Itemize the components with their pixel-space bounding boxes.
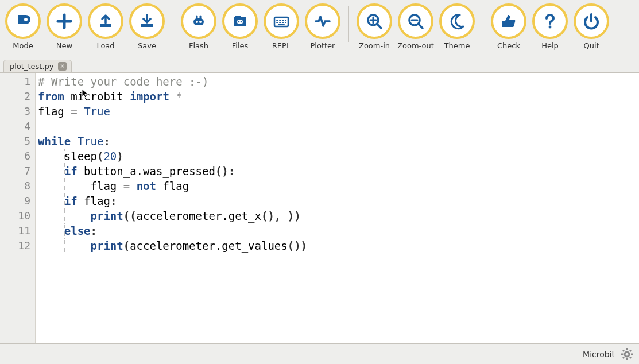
line-number: 7	[0, 164, 30, 179]
line-number: 2	[0, 89, 30, 104]
code-text: print((accelerometer.get_x(), ))	[38, 210, 301, 222]
code-text: else:	[38, 224, 97, 237]
question-icon	[532, 3, 568, 39]
code-line[interactable]: else:	[38, 223, 639, 238]
code-line[interactable]: flag = True	[38, 104, 639, 119]
mode-button[interactable]: Mode	[2, 2, 44, 50]
thumbs-up-icon	[491, 3, 526, 39]
code-text: # Write your code here :-)	[38, 75, 208, 88]
line-number: 8	[0, 179, 30, 193]
code-text: flag = not flag	[38, 180, 189, 192]
check-button[interactable]: Check	[488, 2, 529, 50]
new-button[interactable]: New	[44, 2, 85, 50]
code-area[interactable]: # Write your code here :-)from microbit …	[36, 73, 639, 343]
toolbar-label: Files	[232, 41, 249, 50]
code-line[interactable]: flag = not flag	[38, 179, 639, 193]
toolbar-group: FlashFilesREPLPlotter	[178, 2, 349, 50]
toolbar-label: Zoom-out	[397, 41, 434, 50]
files-icon	[222, 3, 258, 39]
code-text: flag = True	[38, 105, 110, 118]
plus-icon	[47, 3, 82, 39]
code-line[interactable]: if flag:	[38, 193, 639, 208]
tab-file[interactable]: plot_test.py ✕	[3, 60, 72, 72]
code-line[interactable]: from microbit import *	[38, 89, 639, 104]
indent-guide	[64, 238, 65, 253]
theme-button[interactable]: Theme	[436, 2, 478, 50]
gear-icon[interactable]	[621, 348, 633, 361]
status-bar: Microbit	[0, 343, 639, 364]
code-text: while True:	[38, 135, 110, 148]
toolbar-label: REPL	[272, 41, 291, 50]
code-text: if button_a.was_pressed():	[38, 165, 235, 177]
flash-button[interactable]: Flash	[178, 2, 219, 50]
code-line[interactable]: print((accelerometer.get_x(), ))	[38, 208, 639, 223]
quit-button[interactable]: Quit	[571, 2, 612, 50]
toolbar-label: Flash	[189, 41, 208, 50]
indent-guide	[64, 179, 65, 193]
toolbar-label: New	[56, 41, 72, 50]
close-icon[interactable]: ✕	[58, 62, 67, 71]
toolbar-label: Mode	[13, 41, 33, 50]
code-text: print(accelerometer.get_values())	[38, 239, 307, 252]
toolbar-label: Save	[138, 41, 156, 50]
line-number: 3	[0, 104, 30, 119]
line-number: 9	[0, 193, 30, 208]
indent-guide	[64, 164, 65, 179]
code-text: if flag:	[38, 195, 117, 207]
moon-icon	[439, 3, 475, 39]
code-line[interactable]	[38, 119, 639, 134]
toolbar-label: Theme	[444, 41, 470, 50]
load-button[interactable]: Load	[85, 2, 126, 50]
toolbar-group: CheckHelpQuit	[488, 2, 618, 50]
code-text: sleep(20)	[38, 150, 123, 162]
indent-guide	[91, 208, 91, 223]
plotter-button[interactable]: Plotter	[302, 2, 343, 50]
toolbar-group: Zoom-inZoom-outTheme	[354, 2, 483, 50]
line-number: 11	[0, 223, 30, 238]
toolbar-label: Load	[96, 41, 114, 50]
toolbar-label: Check	[497, 41, 520, 50]
line-number: 10	[0, 208, 30, 223]
line-number: 6	[0, 149, 30, 164]
line-number-gutter: 123456789101112	[0, 73, 36, 343]
code-line[interactable]: print(accelerometer.get_values())	[38, 238, 639, 253]
code-text: from microbit import *	[38, 90, 183, 103]
indent-guide	[91, 238, 91, 253]
indent-guide	[91, 179, 91, 193]
help-button[interactable]: Help	[529, 2, 571, 50]
code-line[interactable]: while True:	[38, 134, 639, 149]
code-editor[interactable]: 123456789101112 # Write your code here :…	[0, 72, 639, 343]
line-number: 12	[0, 238, 30, 253]
status-mode-label: Microbit	[583, 350, 615, 359]
toolbar-label: Zoom-in	[359, 41, 390, 50]
zoom-in-icon	[357, 3, 392, 39]
tab-strip: plot_test.py ✕	[0, 55, 639, 72]
indent-guide	[64, 149, 65, 164]
indent-guide	[64, 193, 65, 208]
code-line[interactable]: sleep(20)	[38, 149, 639, 164]
line-number: 1	[0, 74, 30, 89]
toolbar-label: Plotter	[311, 41, 335, 50]
indent-guide	[64, 223, 65, 238]
flash-icon	[181, 3, 216, 39]
indent-guide	[64, 208, 65, 223]
toolbar-label: Help	[541, 41, 559, 50]
download-icon	[129, 3, 165, 39]
toolbar: ModeNewLoadSaveFlashFilesREPLPlotterZoom…	[0, 0, 639, 55]
repl-button[interactable]: REPL	[261, 2, 302, 50]
mode-icon	[5, 3, 41, 39]
zoom-out-icon	[398, 3, 433, 39]
code-line[interactable]: if button_a.was_pressed():	[38, 164, 639, 179]
upload-icon	[88, 3, 123, 39]
toolbar-group: ModeNewLoadSave	[2, 2, 173, 50]
keyboard-icon	[264, 3, 299, 39]
zoomout-button[interactable]: Zoom-out	[395, 2, 436, 50]
code-line[interactable]: # Write your code here :-)	[38, 74, 639, 89]
zoomin-button[interactable]: Zoom-in	[354, 2, 395, 50]
files-button[interactable]: Files	[219, 2, 261, 50]
power-icon	[574, 3, 609, 39]
save-button[interactable]: Save	[126, 2, 168, 50]
line-number: 5	[0, 134, 30, 149]
tab-title: plot_test.py	[10, 62, 53, 71]
pulse-icon	[305, 3, 340, 39]
